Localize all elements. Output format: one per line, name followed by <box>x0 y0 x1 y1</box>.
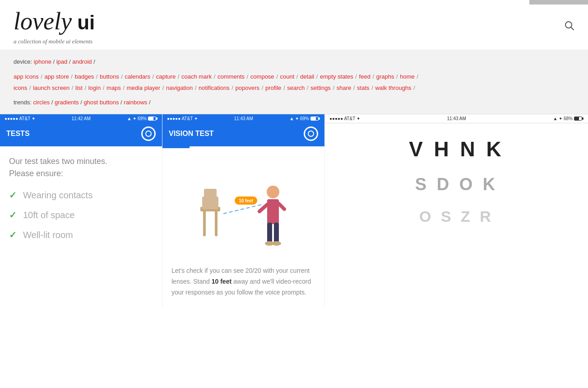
trend-ghost-buttons[interactable]: ghost buttons <box>83 99 119 106</box>
cat-home[interactable]: home <box>400 73 415 80</box>
cards-area: ●●●●● AT&T ✦ 11:42 AM ▲ ✦ 69% TESTS <box>0 114 588 307</box>
tests-intro: Our test takes two minutes.Please ensure… <box>9 155 153 180</box>
check-icon-3: ✓ <box>9 229 17 240</box>
eye-chart-row2-text: S D O K <box>415 175 498 194</box>
logo-area: lovely ui a collection of mobile ui elem… <box>14 9 95 45</box>
svg-point-10 <box>267 186 279 198</box>
device-ipad[interactable]: ipad <box>56 58 68 65</box>
svg-rect-5 <box>202 196 218 209</box>
time-tests: 11:42 AM <box>72 116 91 121</box>
svg-rect-6 <box>204 189 217 198</box>
category-links: app icons / app store / badges / buttons… <box>14 71 574 93</box>
cat-compose[interactable]: compose <box>250 73 274 80</box>
trends-label: trends: <box>14 99 32 106</box>
logo-cursive: lovely <box>14 8 72 35</box>
svg-rect-3 <box>215 209 218 236</box>
statusbar-eye: ●●●●● AT&T ✦ 11:43 AM ▲ ✦ 68% <box>325 114 588 123</box>
cat-launch-screen[interactable]: launch screen <box>33 84 69 91</box>
cat-icons[interactable]: icons <box>14 84 27 91</box>
card-eye-chart: ●●●●● AT&T ✦ 11:43 AM ▲ ✦ 68% V H N K <box>325 114 588 307</box>
eye-chart-row-2: S D O K <box>334 175 579 194</box>
cat-calendars[interactable]: calendars <box>125 73 150 80</box>
device-iphone[interactable]: iphone <box>34 58 51 65</box>
cat-list[interactable]: list <box>75 84 83 91</box>
header: lovely ui a collection of mobile ui elem… <box>0 0 588 50</box>
search-icon <box>565 21 574 31</box>
cat-app-icons[interactable]: app icons <box>14 73 39 80</box>
phone-screen-eye: ●●●●● AT&T ✦ 11:43 AM ▲ ✦ 68% <box>325 114 588 123</box>
titlebar-vision: VISION TEST <box>162 123 324 146</box>
nav-area: device: iphone / ipad / android / app ic… <box>0 50 588 114</box>
cat-comments[interactable]: comments <box>218 73 245 80</box>
battery-icon-vision <box>310 117 320 121</box>
cat-media-player[interactable]: media player <box>127 84 160 91</box>
svg-rect-15 <box>274 223 279 243</box>
cat-profile[interactable]: profile <box>265 84 281 91</box>
statusbar-tests: ●●●●● AT&T ✦ 11:42 AM ▲ ✦ 69% <box>0 114 162 123</box>
svg-line-7 <box>223 205 262 214</box>
trend-rainbows[interactable]: rainbows <box>124 99 147 106</box>
battery-icon-tests <box>148 117 157 121</box>
cat-detail[interactable]: detail <box>300 73 314 80</box>
battery-tests: ▲ ✦ 69% <box>127 116 157 121</box>
eye-chart-row1-text: V H N K <box>409 137 504 161</box>
cat-settings[interactable]: settings <box>310 84 331 91</box>
cat-badges[interactable]: badges <box>75 73 94 80</box>
cat-notifications[interactable]: notifications <box>199 84 230 91</box>
eye-chart-row-1: V H N K <box>334 137 579 161</box>
cat-feed[interactable]: feed <box>359 73 370 80</box>
vision-text-bold: 10 feet <box>212 278 231 285</box>
cat-popovers[interactable]: popovers <box>236 84 259 91</box>
card-tests: ●●●●● AT&T ✦ 11:42 AM ▲ ✦ 69% TESTS <box>0 114 162 307</box>
title-tests: TESTS <box>6 130 30 138</box>
battery-eye: ▲ ✦ 68% <box>553 116 583 121</box>
cat-share[interactable]: share <box>337 84 352 91</box>
cat-search[interactable]: search <box>287 84 305 91</box>
device-filter-line: device: iphone / ipad / android / <box>14 58 574 65</box>
time-eye: 11:43 AM <box>447 116 466 121</box>
phone-screen-tests: ●●●●● AT&T ✦ 11:42 AM ▲ ✦ 69% TESTS <box>0 114 162 146</box>
svg-point-17 <box>272 241 281 246</box>
eye-chart-row3-text: O S Z R <box>419 208 494 225</box>
checklist-item-2: ✓ 10ft of space <box>9 210 153 220</box>
record-button-tests[interactable] <box>141 126 156 141</box>
cat-maps[interactable]: maps <box>106 84 121 91</box>
device-android[interactable]: android <box>72 58 92 65</box>
cat-count[interactable]: count <box>280 73 294 80</box>
check-icon-2: ✓ <box>9 210 17 220</box>
cat-stats[interactable]: stats <box>357 84 369 91</box>
eye-chart-row-3: O S Z R <box>334 208 579 225</box>
checklist-item-1: ✓ Wearing contacts <box>9 190 153 201</box>
trend-circles[interactable]: circles <box>33 99 50 106</box>
checklist-text-1: Wearing contacts <box>23 190 93 201</box>
trend-gradients[interactable]: gradients <box>55 99 79 106</box>
checklist-text-3: Well-lit room <box>23 230 73 240</box>
vision-illustration: 10 feet <box>162 148 324 266</box>
cat-graphs[interactable]: graphs <box>376 73 394 80</box>
cat-capture[interactable]: capture <box>156 73 176 80</box>
signal-eye: ●●●●● AT&T ✦ <box>329 116 360 121</box>
record-inner-vision <box>308 131 314 137</box>
title-vision: VISION TEST <box>169 130 214 138</box>
trends-line: trends: circles / gradients / ghost butt… <box>14 99 574 106</box>
cat-buttons[interactable]: buttons <box>100 73 119 80</box>
logo: lovely ui <box>14 9 95 33</box>
cat-app-store[interactable]: app store <box>45 73 69 80</box>
svg-line-13 <box>279 204 284 209</box>
card-vision-test: ●●●●● AT&T ✦ 11:43 AM ▲ ✦ 69% VISION TES… <box>162 114 325 307</box>
svg-rect-11 <box>267 199 279 224</box>
cat-coach-mark[interactable]: coach mark <box>181 73 212 80</box>
logo-bold-ui: ui <box>72 11 95 33</box>
cat-navigation[interactable]: navigation <box>166 84 193 91</box>
record-button-vision[interactable] <box>304 126 318 141</box>
cat-empty-states[interactable]: empty states <box>320 73 353 80</box>
time-vision: 11:43 AM <box>234 116 253 121</box>
cat-walk-throughs[interactable]: walk throughs <box>375 84 411 91</box>
top-bar <box>529 0 588 5</box>
svg-line-1 <box>571 28 574 30</box>
search-button[interactable] <box>565 21 574 33</box>
svg-line-12 <box>259 205 267 211</box>
battery-vision: ▲ ✦ 69% <box>290 116 320 121</box>
eye-chart-content: V H N K S D O K O S Z R <box>325 123 588 239</box>
cat-login[interactable]: login <box>88 84 101 91</box>
